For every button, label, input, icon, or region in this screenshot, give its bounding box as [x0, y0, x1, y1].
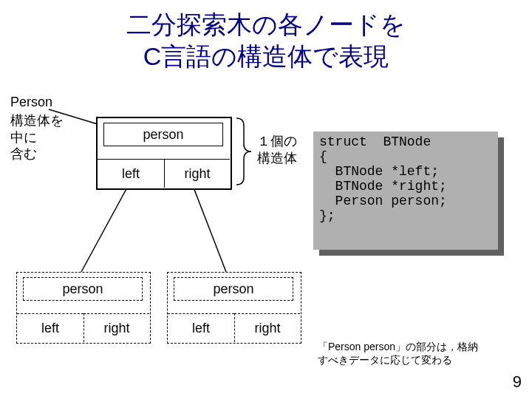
page-number: 9 [513, 372, 522, 392]
code-line-4: BTNode *right; [319, 179, 447, 194]
code-line-5: Person person; [319, 194, 447, 208]
person-heading-label: Person [10, 95, 52, 110]
code-box: struct BTNode { BTNode *left; BTNode *ri… [313, 132, 498, 250]
slide-title: 二分探索木の各ノードを C言語の構造体で表現 [0, 0, 532, 72]
svg-line-3 [194, 188, 226, 272]
code-content: struct BTNode { BTNode *left; BTNode *ri… [313, 132, 498, 226]
title-line-2: C言語の構造体で表現 [143, 42, 389, 70]
node-left-cell: left [17, 313, 83, 342]
btnode-left-child: person left right [16, 272, 151, 344]
node-left-cell: left [98, 159, 164, 188]
node-person-cell: person [23, 277, 143, 301]
node-person-cell: person [103, 123, 223, 146]
code-line-6: }; [319, 208, 335, 223]
svg-line-2 [81, 188, 127, 272]
node-right-cell: right [83, 313, 149, 342]
footnote-text: 「Person person」の部分は，格納 すべきデータに応じて変わる [318, 340, 478, 366]
annotation-contains-struct: 構造体を 中に 含む [10, 112, 64, 163]
node-person-cell: person [174, 277, 293, 301]
code-line-3: BTNode *left; [319, 164, 439, 179]
title-line-1: 二分探索木の各ノードを [126, 10, 406, 38]
btnode-root: person left right [96, 117, 232, 190]
code-line-2: { [319, 149, 327, 164]
node-right-cell: right [234, 313, 300, 342]
btnode-right-child: person left right [167, 272, 301, 344]
node-right-cell: right [164, 159, 230, 188]
annotation-one-struct: １個の 構造体 [257, 133, 297, 166]
node-left-cell: left [168, 313, 234, 342]
code-line-1: struct BTNode [319, 134, 431, 149]
